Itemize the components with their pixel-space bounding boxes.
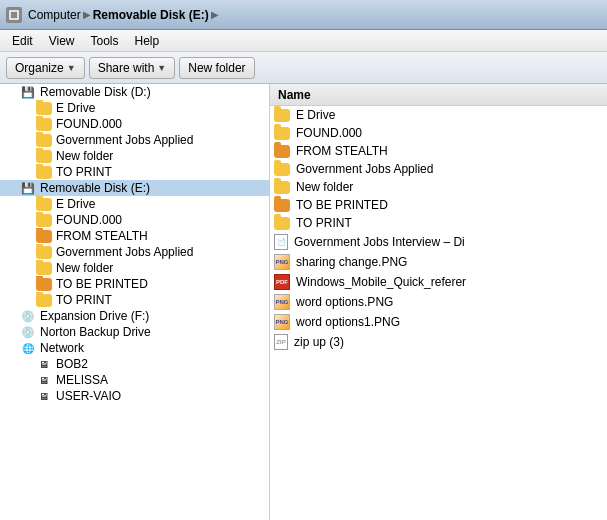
- folder-icon-gov-d: [36, 134, 52, 147]
- file-label-found: FOUND.000: [296, 126, 362, 140]
- png-icon-word-options: PNG: [274, 294, 290, 310]
- folder-icon-newfolder-e: [36, 262, 52, 275]
- tree-item-toprint-d[interactable]: TO PRINT: [0, 164, 269, 180]
- tree-item-fromstealth-e[interactable]: FROM STEALTH: [0, 228, 269, 244]
- drive-icon-f: 💿: [20, 310, 36, 323]
- list-item[interactable]: TO PRINT: [270, 214, 607, 232]
- tree-item-expansion-f[interactable]: 💿 Expansion Drive (F:): [0, 308, 269, 324]
- window-icon: [6, 7, 22, 23]
- folder-icon-tobeprinted-e: [36, 278, 52, 291]
- tree-label-gov-d: Government Jobs Applied: [56, 133, 193, 147]
- share-with-button[interactable]: Share with ▼: [89, 57, 176, 79]
- new-folder-label: New folder: [188, 61, 245, 75]
- list-item[interactable]: New folder: [270, 178, 607, 196]
- tree-label-network: Network: [40, 341, 84, 355]
- organize-label: Organize: [15, 61, 64, 75]
- folder-icon-tobeprinted: [274, 199, 290, 212]
- file-label-word-options1: word options1.PNG: [296, 315, 400, 329]
- tree-label-newfolder-d: New folder: [56, 149, 113, 163]
- list-item[interactable]: TO BE PRINTED: [270, 196, 607, 214]
- tree-item-newfolder-e[interactable]: New folder: [0, 260, 269, 276]
- doc-icon-gov-interview: 📄: [274, 234, 288, 250]
- organize-dropdown-icon: ▼: [67, 63, 76, 73]
- file-label-edrive: E Drive: [296, 108, 335, 122]
- file-label-zipup3: zip up (3): [294, 335, 344, 349]
- tree-label-gov-e: Government Jobs Applied: [56, 245, 193, 259]
- right-file-panel[interactable]: Name E Drive FOUND.000 FROM STEALTH Gove…: [270, 84, 607, 520]
- tree-item-found-e[interactable]: FOUND.000: [0, 212, 269, 228]
- network-pc-icon-melissa: 🖥: [36, 374, 52, 387]
- tree-label-found-d: FOUND.000: [56, 117, 122, 131]
- column-header: Name: [270, 84, 607, 106]
- zip-icon-zipup3: ZIP: [274, 334, 288, 350]
- menu-view[interactable]: View: [41, 32, 83, 50]
- folder-icon-gov-e: [36, 246, 52, 259]
- file-label-gov-jobs: Government Jobs Applied: [296, 162, 433, 176]
- tree-item-bob2[interactable]: 🖥 BOB2: [0, 356, 269, 372]
- tree-item-removable-d[interactable]: 💾 Removable Disk (D:): [0, 84, 269, 100]
- file-label-fromstealth: FROM STEALTH: [296, 144, 388, 158]
- tree-item-melissa[interactable]: 🖥 MELISSA: [0, 372, 269, 388]
- new-folder-button[interactable]: New folder: [179, 57, 254, 79]
- breadcrumb[interactable]: Computer ▶ Removable Disk (E:) ▶: [28, 8, 219, 22]
- list-item[interactable]: FOUND.000: [270, 124, 607, 142]
- list-item[interactable]: PNG word options.PNG: [270, 292, 607, 312]
- drive-icon-norton: 💿: [20, 326, 36, 339]
- file-label-windows-mobile: Windows_Mobile_Quick_referer: [296, 275, 466, 289]
- file-label-newfolder: New folder: [296, 180, 353, 194]
- tree-item-tobeprinted-e[interactable]: TO BE PRINTED: [0, 276, 269, 292]
- tree-item-removable-e[interactable]: 💾 Removable Disk (E:): [0, 180, 269, 196]
- folder-icon-fromstealth-e: [36, 230, 52, 243]
- folder-icon-gov-jobs: [274, 163, 290, 176]
- pdf-icon-windows-mobile: PDF: [274, 274, 290, 290]
- file-label-sharing: sharing change.PNG: [296, 255, 407, 269]
- tree-item-edrive-d[interactable]: E Drive: [0, 100, 269, 116]
- toolbar: Organize ▼ Share with ▼ New folder: [0, 52, 607, 84]
- menu-edit[interactable]: Edit: [4, 32, 41, 50]
- list-item[interactable]: ZIP zip up (3): [270, 332, 607, 352]
- file-label-word-options: word options.PNG: [296, 295, 393, 309]
- menu-tools[interactable]: Tools: [82, 32, 126, 50]
- tree-item-newfolder-d[interactable]: New folder: [0, 148, 269, 164]
- png-icon-word-options1: PNG: [274, 314, 290, 330]
- tree-item-toprint-e[interactable]: TO PRINT: [0, 292, 269, 308]
- breadcrumb-computer[interactable]: Computer: [28, 8, 81, 22]
- menu-bar: Edit View Tools Help: [0, 30, 607, 52]
- tree-item-edrive-e[interactable]: E Drive: [0, 196, 269, 212]
- folder-icon-found-e: [36, 214, 52, 227]
- tree-label-bob2: BOB2: [56, 357, 88, 371]
- tree-item-user-vaio[interactable]: 🖥 USER-VAIO: [0, 388, 269, 404]
- network-pc-icon-bob2: 🖥: [36, 358, 52, 371]
- network-icon: 🌐: [20, 342, 36, 355]
- folder-icon-toprint-e: [36, 294, 52, 307]
- folder-icon-newfolder-d: [36, 150, 52, 163]
- list-item[interactable]: E Drive: [270, 106, 607, 124]
- png-icon-sharing: PNG: [274, 254, 290, 270]
- tree-item-norton[interactable]: 💿 Norton Backup Drive: [0, 324, 269, 340]
- menu-help[interactable]: Help: [127, 32, 168, 50]
- share-dropdown-icon: ▼: [157, 63, 166, 73]
- file-label-tobeprinted: TO BE PRINTED: [296, 198, 388, 212]
- tree-item-network[interactable]: 🌐 Network: [0, 340, 269, 356]
- list-item[interactable]: FROM STEALTH: [270, 142, 607, 160]
- tree-label-melissa: MELISSA: [56, 373, 108, 387]
- folder-icon-toprint-d: [36, 166, 52, 179]
- tree-label-norton: Norton Backup Drive: [40, 325, 151, 339]
- list-item[interactable]: PNG sharing change.PNG: [270, 252, 607, 272]
- list-item[interactable]: PNG word options1.PNG: [270, 312, 607, 332]
- main-area: 💾 Removable Disk (D:) E Drive FOUND.000 …: [0, 84, 607, 520]
- organize-button[interactable]: Organize ▼: [6, 57, 85, 79]
- folder-icon-edrive-e: [36, 198, 52, 211]
- breadcrumb-drive[interactable]: Removable Disk (E:): [93, 8, 209, 22]
- list-item[interactable]: 📄 Government Jobs Interview – Di: [270, 232, 607, 252]
- tree-item-gov-e[interactable]: Government Jobs Applied: [0, 244, 269, 260]
- file-label-toprint: TO PRINT: [296, 216, 352, 230]
- folder-icon-newfolder: [274, 181, 290, 194]
- left-tree-panel[interactable]: 💾 Removable Disk (D:) E Drive FOUND.000 …: [0, 84, 270, 520]
- tree-item-gov-d[interactable]: Government Jobs Applied: [0, 132, 269, 148]
- tree-item-found-d[interactable]: FOUND.000: [0, 116, 269, 132]
- list-item[interactable]: Government Jobs Applied: [270, 160, 607, 178]
- list-item[interactable]: PDF Windows_Mobile_Quick_referer: [270, 272, 607, 292]
- drive-icon-d: 💾: [20, 86, 36, 99]
- network-pc-icon-vaio: 🖥: [36, 390, 52, 403]
